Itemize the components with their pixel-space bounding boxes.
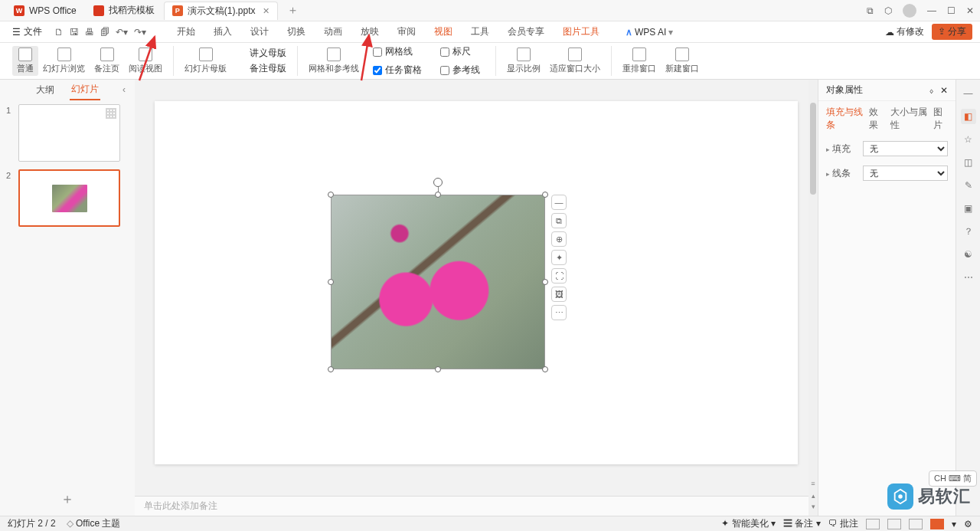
theme-indicator[interactable]: ◇ Office 主题 — [67, 517, 121, 530]
zoom-settings-icon[interactable]: ⚙ — [964, 519, 972, 529]
status-notes-button[interactable]: ☰ 备注 ▾ — [783, 517, 821, 530]
float-replace-icon[interactable]: 🖼 — [551, 287, 567, 302]
restore-icon[interactable]: ⧉ — [867, 5, 874, 16]
selected-image[interactable]: ― ⧉ ⊕ ✦ ⛶ 🖼 ⋯ — [331, 195, 545, 369]
slideshow-dropdown-icon[interactable]: ▾ — [952, 519, 956, 529]
view-slideshow-icon[interactable] — [930, 519, 944, 529]
resize-handle-tl[interactable] — [328, 192, 334, 198]
view-read-button[interactable]: 阅读视图 — [124, 46, 167, 76]
resize-handle-r[interactable] — [542, 279, 548, 285]
file-menu[interactable]: ☰ 文件 — [8, 24, 47, 40]
tab-insert[interactable]: 插入 — [204, 22, 241, 41]
tab-effect[interactable]: 效果 — [869, 106, 884, 132]
refline-checkbox[interactable]: 参考线 — [436, 62, 485, 78]
view-browse-button[interactable]: 幻灯片浏览 — [38, 46, 90, 76]
cube-icon[interactable]: ⬡ — [884, 5, 892, 16]
taskpane-check-input[interactable] — [373, 66, 382, 75]
print-icon[interactable]: 🖶 — [85, 27, 94, 38]
grid-check-input[interactable] — [373, 48, 382, 57]
resize-handle-l[interactable] — [328, 279, 334, 285]
view-normal-icon[interactable] — [866, 519, 880, 529]
close-window-icon[interactable]: ✕ — [966, 5, 974, 16]
resize-handle-tr[interactable] — [542, 192, 548, 198]
ruler-check-input[interactable] — [440, 48, 449, 57]
grid-checkbox[interactable]: 网格线 — [368, 44, 426, 60]
undo-icon[interactable]: ↶▾ — [116, 27, 128, 38]
tab-transition[interactable]: 切换 — [278, 22, 315, 41]
collapse-panel-icon[interactable]: ‹ — [122, 84, 126, 95]
slide-thumb-1[interactable]: 1 — [6, 104, 129, 162]
fill-select[interactable]: 无 — [863, 141, 948, 156]
rail-more-icon[interactable]: ⋯ — [961, 270, 976, 285]
view-reading-icon[interactable] — [909, 519, 923, 529]
tab-picture-tools[interactable]: 图片工具 — [554, 22, 609, 41]
slide-thumb-2[interactable]: 2 — [6, 169, 129, 227]
tab-tools[interactable]: 工具 — [462, 22, 498, 41]
arrange-window-button[interactable]: 重排窗口 — [618, 46, 661, 76]
float-crop-icon[interactable]: ⧉ — [551, 213, 567, 228]
new-tab-button[interactable]: ＋ — [279, 3, 306, 18]
wps-ai-button[interactable]: ∧ WPS AI ▾ — [626, 27, 673, 38]
rail-edit-icon[interactable]: ✎ — [961, 178, 976, 193]
refline-check-input[interactable] — [440, 66, 449, 75]
flower-image[interactable] — [331, 195, 545, 369]
tab-review[interactable]: 审阅 — [388, 22, 425, 41]
tab-size[interactable]: 大小与属性 — [890, 106, 927, 132]
float-fullscreen-icon[interactable]: ⛶ — [551, 268, 567, 284]
close-tab-icon[interactable]: ✕ — [263, 6, 270, 16]
new-window-button[interactable]: 新建窗口 — [661, 46, 704, 76]
rail-properties-icon[interactable]: ◧ — [961, 109, 976, 124]
tab-picture[interactable]: 图片 — [933, 106, 948, 132]
float-more-icon[interactable]: ⋯ — [551, 305, 567, 320]
share-button[interactable]: ⇪ 分享 — [932, 24, 972, 40]
rotate-handle[interactable] — [433, 178, 443, 187]
tab-view[interactable]: 视图 — [425, 22, 462, 41]
outline-tab[interactable]: 大纲 — [34, 80, 56, 100]
float-magic-icon[interactable]: ✦ — [551, 250, 567, 265]
slide-master-button[interactable]: 幻灯片母版 — [180, 46, 231, 76]
rail-image-icon[interactable]: ▣ — [961, 201, 976, 216]
tab-fill-line[interactable]: 填充与线条 — [826, 106, 863, 132]
vertical-scrollbar[interactable]: ≡ ▴ ▾ — [808, 80, 818, 516]
slide-canvas[interactable]: ― ⧉ ⊕ ✦ ⛶ 🖼 ⋯ — [155, 101, 798, 464]
avatar-icon[interactable] — [903, 4, 916, 18]
rail-help-icon[interactable]: ？ — [961, 224, 976, 239]
tab-design[interactable]: 设计 — [241, 22, 278, 41]
pin-icon[interactable]: ⬨ — [929, 85, 934, 96]
minimize-icon[interactable]: ― — [927, 5, 936, 16]
thumbnail[interactable] — [18, 104, 120, 162]
save-icon[interactable]: 🖫 — [70, 27, 79, 38]
resize-handle-br[interactable] — [542, 366, 548, 372]
scrollbar-thumb[interactable] — [810, 103, 816, 195]
page-indicator[interactable]: 幻灯片 2 / 2 — [8, 517, 56, 530]
line-select[interactable]: 无 — [863, 166, 948, 181]
view-normal-button[interactable]: 普通 — [12, 46, 38, 76]
close-panel-icon[interactable]: ✕ — [940, 85, 948, 96]
redo-icon[interactable]: ↷▾ — [134, 27, 146, 38]
notes-area[interactable]: 单击此处添加备注 — [135, 496, 818, 516]
handout-master-button[interactable]: 讲义母版 — [236, 47, 286, 60]
canvas-scroll[interactable]: ― ⧉ ⊕ ✦ ⛶ 🖼 ⋯ — [135, 80, 818, 496]
view-notes-button[interactable]: 备注页 — [90, 46, 124, 76]
beautify-button[interactable]: ✦ 智能美化 ▾ — [721, 517, 776, 530]
status-comments-button[interactable]: 🗨 批注 — [828, 517, 858, 530]
float-collapse-icon[interactable]: ― — [551, 195, 567, 210]
rail-star-icon[interactable]: ☆ — [961, 132, 976, 147]
ruler-checkbox[interactable]: 标尺 — [436, 44, 485, 60]
rail-collapse-icon[interactable]: ― — [961, 86, 976, 101]
fit-window-button[interactable]: 适应窗口大小 — [545, 46, 605, 76]
notes-master-button[interactable]: 备注母版 — [236, 62, 286, 75]
template-tab[interactable]: 找稻壳模板 — [86, 2, 162, 20]
tab-member[interactable]: 会员专享 — [498, 22, 554, 41]
tab-slideshow[interactable]: 放映 — [351, 22, 388, 41]
guides-button[interactable]: 网格和参考线 — [304, 46, 364, 76]
resize-handle-bl[interactable] — [328, 366, 334, 372]
new-icon[interactable]: 🗋 — [54, 27, 64, 38]
resize-handle-b[interactable] — [435, 366, 441, 372]
thumbnail[interactable] — [18, 169, 120, 227]
scroll-up-icon[interactable]: ▴ — [808, 491, 818, 500]
tab-start[interactable]: 开始 — [168, 22, 204, 41]
view-sorter-icon[interactable] — [887, 519, 901, 529]
maximize-icon[interactable]: ☐ — [947, 5, 956, 16]
zoom-button[interactable]: 显示比例 — [502, 46, 545, 76]
